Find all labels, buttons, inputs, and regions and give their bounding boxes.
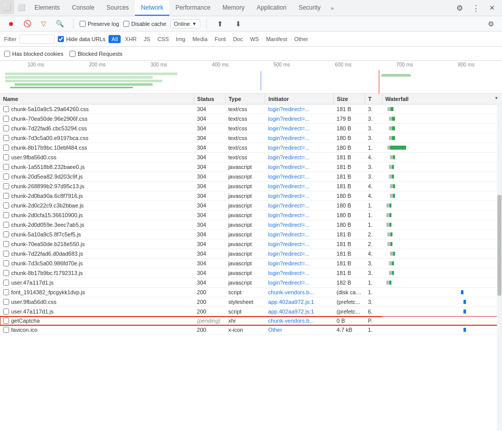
row-initiator[interactable]: Other bbox=[265, 325, 334, 335]
row-checkbox[interactable] bbox=[3, 251, 9, 257]
table-row[interactable]: chunk-20d5ea82.9d203c9f.js304javascriptl… bbox=[0, 172, 502, 182]
filter-type-manifest[interactable]: Manifest bbox=[263, 35, 291, 43]
row-checkbox[interactable] bbox=[3, 164, 9, 170]
row-checkbox[interactable] bbox=[3, 231, 9, 237]
row-checkbox[interactable] bbox=[3, 318, 9, 324]
has-blocked-cookies-checkbox[interactable] bbox=[4, 51, 10, 57]
blocked-requests-checkbox[interactable] bbox=[69, 51, 76, 57]
row-checkbox[interactable] bbox=[3, 212, 9, 218]
tab-performance[interactable]: Performance bbox=[169, 0, 217, 16]
row-checkbox[interactable] bbox=[3, 327, 9, 333]
blocked-requests-label[interactable]: Blocked Requests bbox=[69, 51, 123, 57]
row-initiator[interactable]: login?redirect=... bbox=[265, 105, 334, 114]
filter-type-js[interactable]: JS bbox=[141, 35, 154, 43]
row-checkbox[interactable] bbox=[3, 308, 9, 315]
row-checkbox[interactable] bbox=[3, 174, 9, 180]
table-row[interactable]: font_1914382_fpcgykk1dvp.js200scriptchun… bbox=[0, 288, 502, 297]
network-throttle-select[interactable]: Online ▼ bbox=[170, 19, 200, 28]
table-row[interactable]: user.47a117d1.js200scriptapp.402aa972.js… bbox=[0, 307, 502, 317]
row-initiator[interactable]: login?redirect=... bbox=[265, 182, 334, 191]
dock-icon[interactable]: ⬜ bbox=[0, 0, 14, 14]
row-initiator[interactable]: login?redirect=... bbox=[265, 172, 334, 182]
row-checkbox[interactable] bbox=[3, 125, 9, 131]
row-checkbox[interactable] bbox=[3, 193, 9, 199]
table-row[interactable]: chunk-70ea50de.b218e550.js304javascriptl… bbox=[0, 239, 502, 249]
row-checkbox[interactable] bbox=[3, 135, 9, 141]
table-row[interactable]: chunk-1a5518b8.232baee0.js304javascriptl… bbox=[0, 162, 502, 172]
table-row[interactable]: chunk-268899b2.97d95c13.js304javascriptl… bbox=[0, 182, 502, 191]
row-initiator[interactable]: login?redirect=... bbox=[265, 211, 334, 220]
filter-type-ws[interactable]: WS bbox=[247, 35, 262, 43]
row-checkbox[interactable] bbox=[3, 280, 9, 286]
clear-button[interactable]: 🚫 bbox=[20, 17, 34, 31]
filter-type-font[interactable]: Font bbox=[211, 35, 229, 43]
row-checkbox[interactable] bbox=[3, 202, 9, 209]
more-tabs-button[interactable]: » bbox=[327, 0, 338, 16]
th-time[interactable]: T bbox=[365, 94, 382, 105]
filter-type-xhr[interactable]: XHR bbox=[122, 35, 139, 43]
row-initiator[interactable]: login?redirect=... bbox=[265, 259, 334, 268]
table-row[interactable]: chunk-2d0c22c9.c3b2bbae.js304javascriptl… bbox=[0, 201, 502, 211]
row-initiator[interactable]: login?redirect=... bbox=[265, 249, 334, 259]
row-initiator[interactable]: chunk-vendors.b... bbox=[265, 317, 334, 325]
row-initiator[interactable]: login?redirect=... bbox=[265, 191, 334, 201]
hide-data-urls-label[interactable]: Hide data URLs bbox=[58, 36, 105, 42]
row-checkbox[interactable] bbox=[3, 260, 9, 266]
row-initiator[interactable]: login?redirect=... bbox=[265, 268, 334, 278]
row-initiator[interactable]: login?redirect=... bbox=[265, 114, 334, 124]
filter-type-all[interactable]: All bbox=[109, 35, 121, 43]
th-status[interactable]: Status bbox=[194, 94, 225, 105]
search-button[interactable]: 🔍 bbox=[53, 17, 67, 31]
filter-toggle-button[interactable]: ▽ bbox=[37, 17, 51, 31]
disable-cache-label[interactable]: Disable cache bbox=[123, 21, 166, 27]
export-button[interactable]: ⬇ bbox=[231, 17, 245, 31]
row-initiator[interactable]: login?redirect=... bbox=[265, 220, 334, 230]
scrollbar-thumb[interactable] bbox=[497, 195, 501, 296]
table-row[interactable]: chunk-7d3c5a00.986fd70e.js304javascriptl… bbox=[0, 259, 502, 268]
row-initiator[interactable]: chunk-vendors.b... bbox=[265, 288, 334, 297]
row-checkbox[interactable] bbox=[3, 299, 9, 305]
th-waterfall[interactable]: Waterfall ▼ bbox=[382, 94, 501, 105]
more-options-button[interactable]: ⋮ bbox=[469, 1, 483, 15]
row-initiator[interactable]: login?redirect=... bbox=[265, 153, 334, 162]
console-drawer-icon[interactable]: ⬜ bbox=[14, 0, 28, 14]
row-initiator[interactable]: login?redirect=... bbox=[265, 133, 334, 143]
preserve-log-checkbox[interactable] bbox=[80, 21, 86, 27]
filter-type-doc[interactable]: Doc bbox=[230, 35, 246, 43]
row-initiator[interactable]: login?redirect=... bbox=[265, 230, 334, 239]
settings-button[interactable]: ⚙ bbox=[452, 1, 467, 15]
filter-input[interactable] bbox=[19, 35, 55, 44]
tab-memory[interactable]: Memory bbox=[217, 0, 250, 16]
row-initiator[interactable]: login?redirect=... bbox=[265, 278, 334, 288]
table-row[interactable]: chunk-7d22fad6.d0dad683.js304javascriptl… bbox=[0, 249, 502, 259]
table-row[interactable]: user.9fba56d0.css304text/csslogin?redire… bbox=[0, 153, 502, 162]
th-type[interactable]: Type bbox=[225, 94, 265, 105]
record-button[interactable]: ⏺ bbox=[4, 17, 18, 31]
preserve-log-label[interactable]: Preserve log bbox=[80, 21, 119, 27]
row-initiator[interactable]: app.402aa972.js:1 bbox=[265, 307, 334, 317]
tab-sources[interactable]: Sources bbox=[100, 0, 135, 16]
has-blocked-cookies-label[interactable]: Has blocked cookies bbox=[4, 51, 63, 57]
table-row[interactable]: user.9fba56d0.css200stylesheetapp.402aa9… bbox=[0, 297, 502, 307]
table-row[interactable]: chunk-7d22fad6.cbc53294.css304text/csslo… bbox=[0, 124, 502, 133]
close-devtools-button[interactable]: ✕ bbox=[485, 1, 499, 15]
table-row[interactable]: chunk-2d0ba90a.6c8f7916.js304javascriptl… bbox=[0, 191, 502, 201]
filter-type-other[interactable]: Other bbox=[291, 35, 311, 43]
filter-type-media[interactable]: Media bbox=[189, 35, 210, 43]
row-checkbox[interactable] bbox=[3, 222, 9, 228]
row-initiator[interactable]: app.402aa972.js:1 bbox=[265, 297, 334, 307]
tab-console[interactable]: Console bbox=[66, 0, 100, 16]
filter-type-img[interactable]: Img bbox=[173, 35, 188, 43]
table-row[interactable]: favicon.ico200x-iconOther4.7 kB1. bbox=[0, 325, 502, 335]
row-initiator[interactable]: login?redirect=... bbox=[265, 124, 334, 133]
import-button[interactable]: ⬆ bbox=[213, 17, 227, 31]
table-row[interactable]: chunk-5a10a9c5.29a64260.css304text/csslo… bbox=[0, 105, 502, 114]
th-size[interactable]: Size bbox=[334, 94, 365, 105]
table-row[interactable]: chunk-8b17b9bc.f1792313.js304javascriptl… bbox=[0, 268, 502, 278]
hide-data-urls-checkbox[interactable] bbox=[58, 36, 64, 42]
disable-cache-checkbox[interactable] bbox=[123, 21, 129, 27]
network-settings-button[interactable]: ⚙ bbox=[484, 17, 498, 31]
table-row[interactable]: chunk-70ea50de.96e2906f.css304text/csslo… bbox=[0, 114, 502, 124]
tab-application[interactable]: Application bbox=[250, 0, 293, 16]
filter-type-css[interactable]: CSS bbox=[154, 35, 172, 43]
